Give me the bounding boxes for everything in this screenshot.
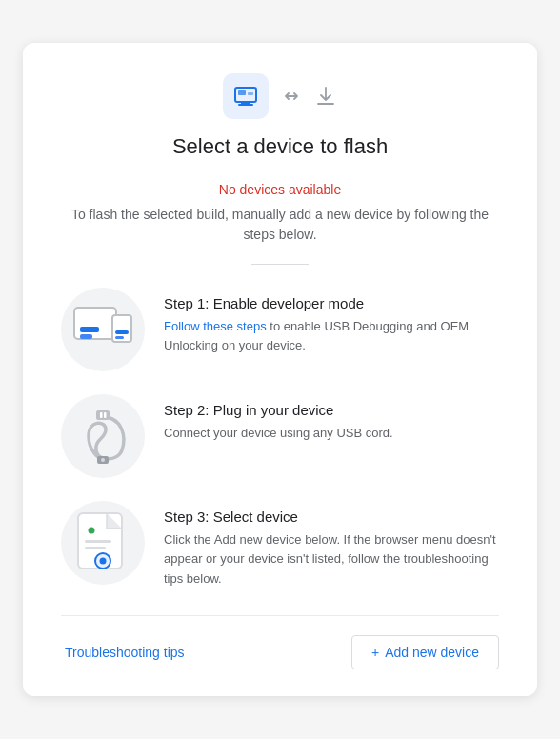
page-title: Select a device to flash	[61, 134, 499, 159]
svg-rect-21	[85, 547, 106, 549]
step-1-desc: Follow these steps to enable USB Debuggi…	[164, 317, 499, 355]
main-card: Select a device to flash No devices avai…	[23, 43, 537, 695]
step-3-content: Step 3: Select device Click the Add new …	[164, 501, 499, 588]
developer-mode-illustration	[61, 288, 145, 371]
divider	[251, 264, 309, 265]
svg-rect-11	[96, 410, 110, 420]
step-1-content: Step 1: Enable developer mode Follow the…	[164, 288, 499, 355]
svg-rect-13	[104, 412, 107, 418]
svg-rect-10	[115, 336, 124, 339]
follow-steps-link[interactable]: Follow these steps	[164, 319, 267, 333]
step-1: Step 1: Enable developer mode Follow the…	[61, 288, 499, 371]
troubleshooting-tips-button[interactable]: Troubleshooting tips	[61, 637, 189, 668]
svg-rect-6	[80, 327, 99, 332]
svg-point-23	[100, 558, 107, 565]
svg-rect-9	[115, 330, 129, 334]
add-new-device-button[interactable]: + Add new device	[351, 635, 499, 669]
footer: Troubleshooting tips + Add new device	[61, 615, 499, 669]
step-3: Step 3: Select device Click the Add new …	[61, 501, 499, 588]
steps-list: Step 1: Enable developer mode Follow the…	[61, 288, 499, 588]
device-monitor-icon	[223, 73, 269, 119]
step-2-title: Step 2: Plug in your device	[164, 402, 499, 418]
usb-transfer-icon	[280, 85, 303, 108]
svg-point-19	[89, 528, 95, 534]
svg-rect-20	[85, 540, 111, 543]
svg-point-15	[101, 458, 105, 462]
svg-rect-4	[248, 92, 253, 95]
step-1-title: Step 1: Enable developer mode	[164, 295, 499, 311]
select-device-illustration	[61, 501, 145, 585]
step-3-title: Step 3: Select device	[164, 509, 499, 525]
download-icon	[314, 85, 337, 108]
add-device-label: Add new device	[385, 645, 479, 660]
status-subtitle: To flash the selected build, manually ad…	[61, 205, 499, 245]
svg-rect-12	[100, 412, 103, 418]
step-2: Step 2: Plug in your device Connect your…	[61, 394, 499, 478]
plus-icon: +	[371, 645, 379, 660]
usb-plug-illustration	[61, 394, 145, 478]
step-2-desc: Connect your device using any USB cord.	[164, 424, 499, 443]
step-2-content: Step 2: Plug in your device Connect your…	[164, 394, 499, 443]
svg-rect-7	[80, 334, 92, 339]
svg-rect-5	[74, 308, 116, 339]
header-icons	[61, 73, 499, 119]
step-3-desc: Click the Add new device below. If the b…	[164, 530, 499, 588]
no-devices-status: No devices available	[61, 182, 499, 197]
svg-rect-3	[238, 90, 246, 95]
